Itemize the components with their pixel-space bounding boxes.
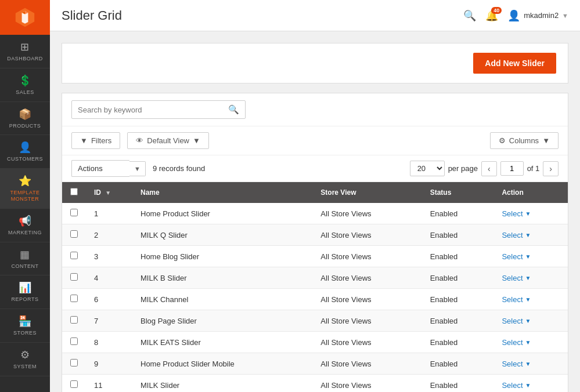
row-action-select-link[interactable]: Select ▼ bbox=[502, 209, 560, 218]
sidebar-item-system[interactable]: ⚙ SYSTEM bbox=[0, 343, 50, 376]
sidebar-item-products[interactable]: 📦 PRODUCTS bbox=[0, 102, 50, 136]
row-store-view: All Store Views bbox=[312, 203, 422, 224]
table-body: 1 Home Product Slider All Store Views En… bbox=[62, 203, 568, 392]
user-menu-button[interactable]: 👤 mkadmin2 ▼ bbox=[507, 9, 568, 22]
row-checkbox[interactable] bbox=[70, 380, 78, 388]
sidebar-logo[interactable] bbox=[0, 0, 50, 35]
row-checkbox[interactable] bbox=[70, 252, 78, 259]
select-chevron-icon: ▼ bbox=[525, 253, 531, 260]
sidebar-item-label: CUSTOMERS bbox=[7, 156, 43, 162]
magento-logo-icon bbox=[15, 7, 35, 28]
next-page-button[interactable]: › bbox=[543, 161, 559, 176]
row-store-view: All Store Views bbox=[312, 353, 422, 375]
th-action-label: Action bbox=[502, 188, 523, 197]
search-submit-icon[interactable]: 🔍 bbox=[228, 104, 239, 115]
header-actions: 🔍 🔔 40 👤 mkadmin2 ▼ bbox=[463, 9, 568, 22]
sidebar-item-dashboard[interactable]: ⊞ DASHBOARD bbox=[0, 35, 50, 68]
select-chevron-icon: ▼ bbox=[525, 275, 531, 281]
products-icon: 📦 bbox=[19, 108, 31, 121]
row-action-select-link[interactable]: Select ▼ bbox=[502, 252, 560, 261]
current-page-input[interactable] bbox=[500, 161, 524, 176]
row-name: Home Product Slider bbox=[132, 203, 312, 224]
add-new-slider-button[interactable]: Add New Slider bbox=[473, 53, 556, 74]
columns-button[interactable]: ⚙ Columns ▼ bbox=[490, 132, 559, 149]
customers-icon: 👤 bbox=[19, 141, 31, 154]
filter-icon: ▼ bbox=[80, 136, 88, 145]
template-monster-icon: ⭐ bbox=[19, 175, 31, 187]
header-search-icon[interactable]: 🔍 bbox=[463, 9, 476, 22]
search-input[interactable] bbox=[78, 106, 228, 114]
notifications-button[interactable]: 🔔 40 bbox=[485, 9, 498, 22]
select-chevron-icon: ▼ bbox=[525, 318, 531, 324]
eye-icon: 👁 bbox=[136, 136, 143, 145]
sidebar-item-content[interactable]: ▦ CONTENT bbox=[0, 242, 50, 276]
actions-select-wrap: Actions Delete ▼ bbox=[71, 160, 146, 177]
sidebar-item-template-monster[interactable]: ⭐ TEMPLATE MONSTER bbox=[0, 169, 50, 209]
row-checkbox-cell bbox=[62, 375, 86, 393]
row-action-select-link[interactable]: Select ▼ bbox=[502, 231, 560, 239]
default-view-button[interactable]: 👁 Default View ▼ bbox=[127, 132, 209, 149]
row-checkbox[interactable] bbox=[70, 273, 78, 281]
table-row: 8 MILK EATS Slider All Store Views Enabl… bbox=[62, 332, 568, 353]
filters-label: Filters bbox=[91, 136, 111, 145]
row-checkbox[interactable] bbox=[70, 295, 78, 302]
row-checkbox-cell bbox=[62, 353, 86, 375]
table-row: 3 Home Blog Slider All Store Views Enabl… bbox=[62, 246, 568, 267]
row-store-view: All Store Views bbox=[312, 267, 422, 289]
row-id: 1 bbox=[86, 203, 132, 224]
row-action-select-link[interactable]: Select ▼ bbox=[502, 360, 560, 368]
top-header: Slider Grid 🔍 🔔 40 👤 mkadmin2 ▼ bbox=[50, 0, 580, 31]
prev-page-button[interactable]: ‹ bbox=[481, 161, 497, 176]
row-name: MILK EATS Slider bbox=[132, 332, 312, 353]
row-action: Select ▼ bbox=[493, 203, 568, 224]
grid-controls: 🔍 ▼ Filters 👁 Default View ▼ ⚙ Columns ▼ bbox=[62, 93, 568, 392]
row-action: Select ▼ bbox=[493, 246, 568, 267]
default-view-label: Default View bbox=[147, 136, 189, 145]
select-chevron-icon: ▼ bbox=[525, 232, 531, 238]
actions-row: Actions Delete ▼ 9 records found 20 50 1… bbox=[62, 155, 568, 182]
select-all-checkbox[interactable] bbox=[70, 188, 78, 195]
row-action: Select ▼ bbox=[493, 353, 568, 375]
th-id[interactable]: ID ▼ bbox=[86, 182, 132, 203]
row-checkbox[interactable] bbox=[70, 316, 78, 324]
marketing-icon: 📢 bbox=[19, 215, 31, 227]
table-row: 4 MILK B Slider All Store Views Enabled … bbox=[62, 267, 568, 289]
row-status: Enabled bbox=[422, 310, 494, 332]
stores-icon: 🏪 bbox=[19, 315, 31, 328]
actions-select[interactable]: Actions Delete bbox=[71, 160, 129, 177]
row-id: 11 bbox=[86, 375, 132, 393]
row-action: Select ▼ bbox=[493, 332, 568, 353]
user-chevron-icon: ▼ bbox=[562, 12, 568, 19]
row-action: Select ▼ bbox=[493, 224, 568, 246]
row-checkbox[interactable] bbox=[70, 337, 78, 345]
filters-button[interactable]: ▼ Filters bbox=[71, 132, 120, 149]
table-row: 2 MILK Q Slider All Store Views Enabled … bbox=[62, 224, 568, 246]
username-label: mkadmin2 bbox=[524, 11, 559, 20]
sidebar-item-label: SYSTEM bbox=[13, 364, 37, 370]
sidebar-item-reports[interactable]: 📊 REPORTS bbox=[0, 275, 50, 309]
row-checkbox[interactable] bbox=[70, 209, 78, 216]
row-action-select-link[interactable]: Select ▼ bbox=[502, 338, 560, 347]
row-action-select-link[interactable]: Select ▼ bbox=[502, 295, 560, 304]
table-row: 1 Home Product Slider All Store Views En… bbox=[62, 203, 568, 224]
row-checkbox-cell bbox=[62, 203, 86, 224]
sidebar-item-sales[interactable]: 💲 SALES bbox=[0, 68, 50, 102]
row-action-select-link[interactable]: Select ▼ bbox=[502, 317, 560, 325]
row-status: Enabled bbox=[422, 375, 494, 393]
sidebar-item-label: REPORTS bbox=[12, 296, 39, 303]
th-status-label: Status bbox=[430, 188, 452, 197]
row-checkbox[interactable] bbox=[70, 230, 78, 238]
sidebar-item-marketing[interactable]: 📢 MARKETING bbox=[0, 209, 50, 242]
page-title: Slider Grid bbox=[62, 8, 122, 23]
th-id-label: ID bbox=[94, 188, 101, 197]
per-page-select[interactable]: 20 50 100 bbox=[410, 161, 445, 176]
row-action-select-link[interactable]: Select ▼ bbox=[502, 274, 560, 282]
row-status: Enabled bbox=[422, 267, 494, 289]
row-action-select-link[interactable]: Select ▼ bbox=[502, 381, 560, 390]
sidebar-item-customers[interactable]: 👤 CUSTOMERS bbox=[0, 135, 50, 169]
th-status: Status bbox=[422, 182, 494, 203]
row-checkbox[interactable] bbox=[70, 359, 78, 366]
sidebar-item-label: DASHBOARD bbox=[7, 56, 43, 62]
sidebar-item-stores[interactable]: 🏪 STORES bbox=[0, 309, 50, 343]
actions-arrow-icon[interactable]: ▼ bbox=[129, 161, 146, 176]
